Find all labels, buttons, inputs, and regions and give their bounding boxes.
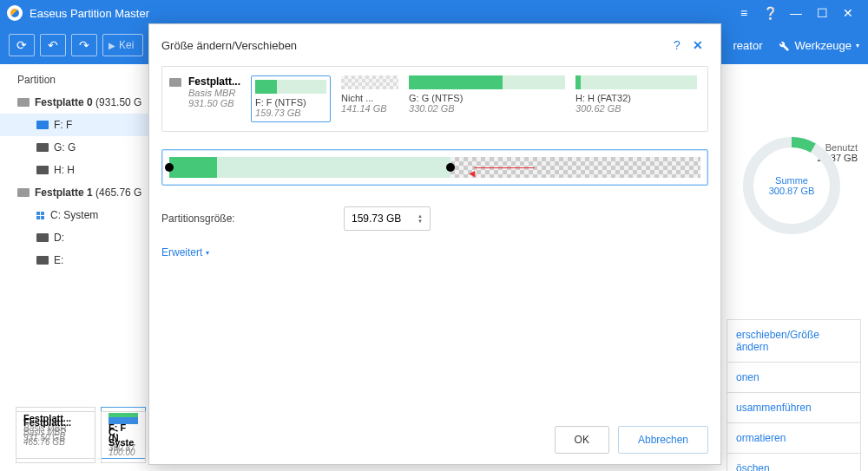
lower-disk1-part-c[interactable]: C: Syste 100.00 [101,411,146,463]
sidebar-part-c[interactable]: C: System [0,204,174,226]
sidebar-part-d[interactable]: D: [0,226,174,249]
operations-list: erschieben/Größe ändern onen usammenführ… [727,320,861,471]
partition-icon [36,233,49,242]
partition-size-label: Partitionsgröße: [161,213,344,225]
ok-button[interactable]: OK [555,426,609,454]
sidebar-part-e[interactable]: E: [0,249,174,271]
partition-icon [36,166,49,174]
wrench-icon [776,38,790,52]
op-format[interactable]: ormatieren [727,422,861,454]
advanced-toggle[interactable]: Erweitert ▾ [161,246,708,258]
dialog-title: Größe ändern/Verschieben [161,39,667,52]
svg-rect-2 [36,216,40,219]
sidebar-disk-0[interactable]: Festplatte 0 (931.50 G [0,91,174,114]
partition-icon [36,256,49,265]
help-icon[interactable]: ❔ [757,0,783,26]
app-logo-icon [7,5,23,21]
overview-disk-info: Festplatt... Basis MBR 931.50 GB [169,75,240,122]
overview-part-f[interactable]: F: F (NTFS) 159.73 GB [251,75,331,122]
stepper-icon[interactable]: ▲▼ [418,213,423,224]
creator-button[interactable]: reator [733,39,763,52]
menu-icon[interactable]: ≡ [731,0,757,26]
resize-handle-right[interactable] [446,163,455,172]
resize-slider[interactable] [161,149,708,186]
close-window-icon[interactable]: ✕ [835,0,861,26]
resize-dialog: Größe ändern/Verschieben ? ✕ Festplatt..… [148,23,721,465]
cancel-button[interactable]: Abbrechen [618,426,708,454]
sidebar-part-g[interactable]: G: G [0,136,174,159]
partition-icon [36,143,49,152]
resize-partition-region[interactable] [169,157,450,178]
sidebar-header: Partition [0,69,174,91]
redo-button[interactable]: ↷ [71,34,97,56]
usage-donut: Summe 300.87 GB [740,134,844,238]
apply-button[interactable]: ▶ Kei [102,34,143,56]
resize-unallocated-region [450,157,700,178]
app-title: Easeus Partition Master [30,7,149,20]
svg-rect-3 [41,216,44,219]
tools-menu[interactable]: Werkzeuge ▾ [776,38,859,52]
dialog-help-icon[interactable]: ? [667,35,687,56]
sidebar-part-h[interactable]: H: H [0,159,174,181]
lower-disk1-card[interactable]: Festplatt... Basis MBR 465.76 GB [16,411,95,463]
refresh-button[interactable]: ⟳ [9,34,35,56]
disk-overview: Festplatt... Basis MBR 931.50 GB F: F (N… [161,66,708,132]
disk-icon [17,188,30,197]
resize-handle-left[interactable] [165,163,174,172]
op-merge[interactable]: usammenführen [727,392,861,423]
partition-icon [36,121,49,129]
op-clone[interactable]: onen [727,362,861,393]
overview-part-g[interactable]: G: G (NTFS) 330.02 GB [409,75,565,122]
undo-button[interactable]: ↶ [40,34,66,56]
donut-sum-label: Summe [769,175,815,186]
maximize-icon[interactable]: ☐ [809,0,835,26]
overview-part-h[interactable]: H: H (FAT32) 300.62 GB [575,75,697,122]
system-icon [36,211,45,219]
donut-sum-value: 300.87 GB [769,186,815,196]
partition-size-input[interactable]: 159.73 GB ▲▼ [344,206,431,231]
op-resize[interactable]: erschieben/Größe ändern [727,319,861,363]
overview-unallocated[interactable]: Nicht ... 141.14 GB [341,75,398,122]
dialog-close-icon[interactable]: ✕ [687,35,708,56]
svg-rect-1 [41,212,44,215]
disk-icon [169,78,181,87]
op-delete[interactable]: öschen [727,453,861,471]
sidebar-part-f[interactable]: F: F [0,114,174,136]
sidebar-disk-1[interactable]: Festplatte 1 (465.76 G [0,181,174,204]
disk-icon [17,98,30,107]
chevron-down-icon: ▾ [206,249,209,257]
titlebar: Easeus Partition Master ≡ ❔ — ☐ ✕ [0,0,868,26]
minimize-icon[interactable]: — [783,0,809,26]
svg-rect-0 [36,212,40,215]
